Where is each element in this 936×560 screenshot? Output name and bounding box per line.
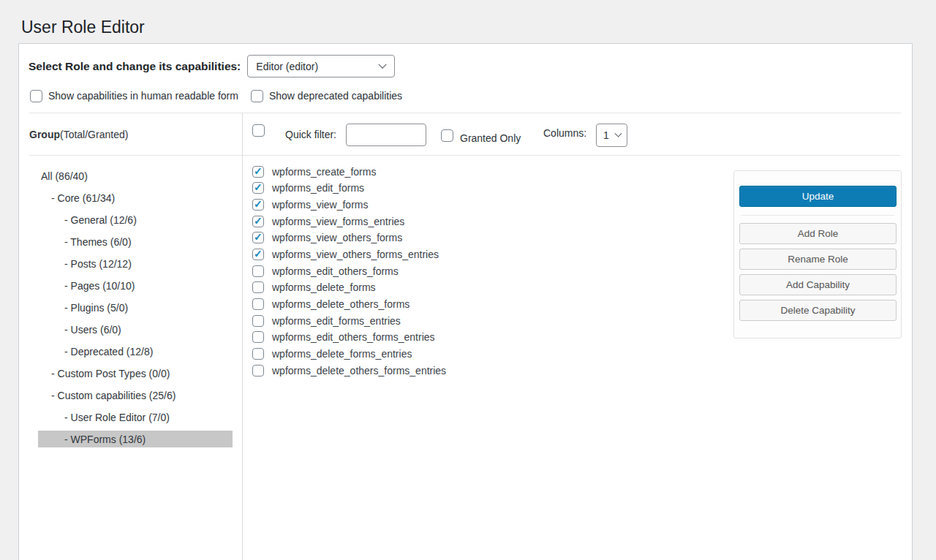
update-button[interactable]: Update [739, 186, 897, 207]
group-item-label: - Custom capabilities (25/6) [51, 390, 176, 401]
capability-label: wpforms_view_forms [272, 199, 368, 211]
group-item-label: - Core (61/34) [51, 192, 115, 204]
capability-row: wpforms_view_others_forms_entries [252, 248, 446, 260]
columns-select-value: 1 [603, 129, 609, 141]
capability-label: wpforms_delete_others_forms_entries [272, 365, 446, 377]
group-item-label: - General (12/6) [64, 214, 137, 226]
capability-label: wpforms_create_forms [272, 166, 376, 178]
group-item-wpforms[interactable]: - WPForms (13/6) [38, 431, 233, 447]
group-item-label: - Custom Post Types (0/0) [51, 368, 170, 379]
capability-label: wpforms_edit_others_forms [272, 265, 399, 277]
granted-only-checkbox[interactable] [441, 129, 453, 142]
capability-checkbox[interactable] [252, 199, 264, 211]
capability-row: wpforms_delete_forms [252, 281, 446, 294]
role-select-label: Select Role and change its capabilities: [29, 60, 241, 73]
user-role-editor-panel: Select Role and change its capabilities:… [18, 43, 913, 560]
role-select[interactable]: Editor (editor) [247, 55, 395, 77]
capability-checkbox[interactable] [252, 182, 264, 194]
capability-checkbox[interactable] [252, 249, 264, 260]
capabilities-list: wpforms_create_forms wpforms_edit_forms … [252, 165, 446, 381]
group-item-label: - Deprecated (12/8) [64, 346, 153, 357]
capability-label: wpforms_view_others_forms [272, 232, 402, 243]
group-item-label: - Users (6/0) [64, 324, 121, 336]
capability-row: wpforms_delete_others_forms [252, 298, 446, 311]
group-item-label: - Pages (10/10) [64, 280, 135, 292]
capability-label: wpforms_delete_others_forms [272, 298, 410, 310]
group-item-posts[interactable]: - Posts (12/12) [38, 255, 233, 272]
role-actions-panel: Update Add Role Rename Role Add Capabili… [733, 170, 902, 338]
columns-select[interactable]: 1 [596, 124, 627, 147]
role-selector-row: Select Role and change its capabilities:… [29, 55, 395, 77]
capability-row: wpforms_edit_forms_entries [252, 314, 446, 327]
capability-row: wpforms_create_forms [252, 165, 446, 178]
capability-row: wpforms_edit_forms [252, 182, 446, 194]
group-item-label: - Posts (12/12) [64, 258, 132, 270]
group-item-label: - Plugins (5/0) [64, 302, 128, 314]
deprecated-checkbox[interactable] [251, 90, 263, 102]
capability-checkbox[interactable] [252, 315, 264, 327]
groups-tree: All (86/40) - Core (61/34) - General (12… [19, 156, 242, 447]
capability-row: wpforms_delete_others_forms_entries [252, 364, 446, 377]
group-item-label: All (86/40) [41, 170, 88, 182]
capability-checkbox[interactable] [252, 365, 264, 377]
human-readable-label: Show capabilities in human readable form [48, 90, 238, 102]
granted-only-label: Granted Only [460, 132, 521, 144]
group-item-custom-capabilities[interactable]: - Custom capabilities (25/6) [38, 387, 233, 404]
group-item-label: - WPForms (13/6) [64, 434, 146, 445]
display-options-row: Show capabilities in human readable form… [30, 89, 402, 102]
capability-checkbox[interactable] [252, 298, 264, 310]
capability-checkbox[interactable] [252, 265, 264, 277]
group-item-themes[interactable]: - Themes (6/0) [38, 233, 233, 250]
capability-label: wpforms_view_forms_entries [272, 216, 404, 227]
groups-sidebar: Group (Total/Granted) All (86/40) - Core… [19, 113, 243, 560]
columns-label: Columns: [543, 127, 586, 139]
quick-filter-label: Quick filter: [285, 129, 336, 140]
capability-label: wpforms_edit_forms_entries [272, 315, 401, 327]
rename-role-button[interactable]: Rename Role [739, 249, 897, 270]
capability-row: wpforms_edit_others_forms_entries [252, 331, 446, 344]
select-all-checkbox[interactable] [252, 124, 265, 137]
group-item-label: - Themes (6/0) [64, 236, 132, 248]
group-item-core[interactable]: - Core (61/34) [38, 189, 233, 206]
quick-filter-input[interactable] [346, 124, 426, 146]
capability-row: wpforms_delete_forms_entries [252, 348, 446, 360]
groups-header-note: (Total/Granted) [60, 129, 128, 140]
capability-checkbox[interactable] [252, 281, 264, 293]
add-capability-button[interactable]: Add Capability [739, 274, 897, 295]
capability-label: wpforms_edit_others_forms_entries [272, 331, 435, 343]
page-title: User Role Editor [21, 18, 145, 37]
capability-row: wpforms_view_others_forms [252, 232, 446, 244]
chevron-down-icon [615, 129, 622, 137]
group-item-all[interactable]: All (86/40) [38, 167, 233, 184]
group-item-pages[interactable]: - Pages (10/10) [38, 277, 233, 294]
human-readable-checkbox[interactable] [30, 90, 42, 102]
capability-checkbox[interactable] [252, 166, 264, 178]
capability-row: wpforms_view_forms [252, 198, 446, 211]
group-item-deprecated[interactable]: - Deprecated (12/8) [38, 343, 233, 360]
capability-label: wpforms_delete_forms [272, 281, 376, 293]
deprecated-label: Show deprecated capabilities [269, 90, 402, 102]
add-role-button[interactable]: Add Role [739, 223, 897, 244]
capability-checkbox[interactable] [252, 348, 264, 360]
group-item-label: - User Role Editor (7/0) [64, 412, 170, 423]
capability-checkbox[interactable] [252, 216, 264, 227]
capability-label: wpforms_delete_forms_entries [272, 348, 412, 360]
group-item-user-role-editor[interactable]: - User Role Editor (7/0) [38, 409, 233, 425]
capability-checkbox[interactable] [252, 331, 264, 343]
actions-divider [741, 215, 894, 216]
capability-row: wpforms_view_forms_entries [252, 215, 446, 227]
groups-header-title: Group [29, 129, 60, 140]
groups-header: Group (Total/Granted) [19, 113, 242, 156]
role-select-value: Editor (editor) [256, 61, 318, 72]
filter-bar: Quick filter: Granted Only Columns: 1 [243, 113, 912, 156]
group-item-custom-post-types[interactable]: - Custom Post Types (0/0) [38, 365, 233, 382]
capability-label: wpforms_view_others_forms_entries [272, 249, 439, 260]
group-item-plugins[interactable]: - Plugins (5/0) [38, 299, 233, 316]
group-item-users[interactable]: - Users (6/0) [38, 321, 233, 338]
capability-checkbox[interactable] [252, 232, 264, 243]
capability-label: wpforms_edit_forms [272, 182, 364, 194]
capabilities-area: Quick filter: Granted Only Columns: 1 wp… [243, 113, 912, 560]
delete-capability-button[interactable]: Delete Capability [739, 300, 897, 321]
group-item-general[interactable]: - General (12/6) [38, 211, 233, 228]
capability-row: wpforms_edit_others_forms [252, 265, 446, 277]
